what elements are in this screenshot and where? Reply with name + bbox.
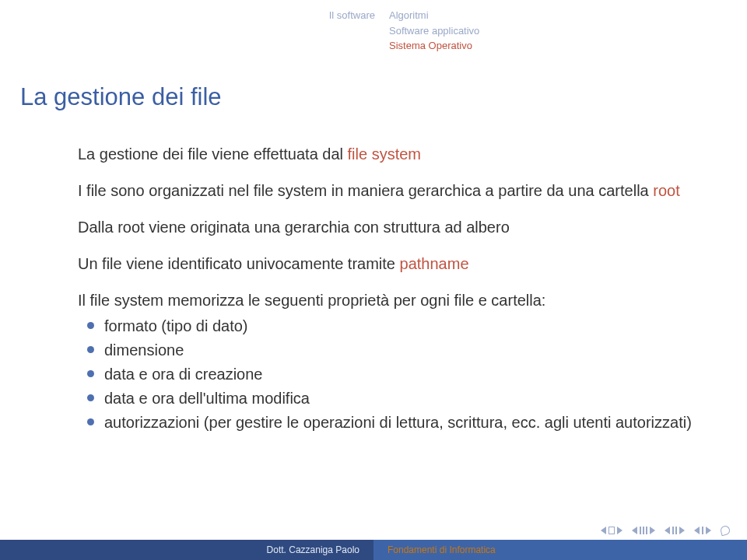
paragraph-2: I file sono organizzati nel file system … <box>78 180 700 201</box>
list-item: dimensione <box>104 340 700 361</box>
triangle-right-icon <box>679 527 685 534</box>
paragraph-3: Dalla root viene originata una gerarchia… <box>78 217 700 238</box>
text: La gestione dei file viene effettuata da… <box>78 145 348 163</box>
highlight-filesystem: file system <box>348 145 421 163</box>
footer-course: Fondamenti di Informatica <box>374 540 747 560</box>
triangle-left-icon <box>601 527 606 534</box>
frame-icon <box>608 527 615 534</box>
list-item: data e ora dell'ultima modifica <box>104 388 700 409</box>
triangle-right-icon <box>706 527 711 534</box>
triangle-right-icon <box>617 527 622 534</box>
loop-icon <box>720 525 731 537</box>
header-subsections: Algoritmi Software applicativo Sistema O… <box>389 8 479 54</box>
list-item: formato (tipo di dato) <box>104 316 700 337</box>
nav-next[interactable] <box>665 527 685 534</box>
header-section[interactable]: Il software <box>296 8 389 54</box>
highlight-root: root <box>653 182 679 199</box>
nav-first[interactable] <box>601 527 622 534</box>
text: Un file viene identificato univocamente … <box>78 255 400 272</box>
header-subsection-2[interactable]: Sistema Operativo <box>389 38 479 54</box>
footer-author: Dott. Cazzaniga Paolo <box>0 540 374 560</box>
paragraph-4: Un file viene identificato univocamente … <box>78 254 700 275</box>
nav-controls <box>601 526 730 535</box>
header-subsection-0[interactable]: Algoritmi <box>389 8 479 23</box>
slide-header: Il software Algoritmi Software applicati… <box>0 0 747 54</box>
bars-icon <box>640 527 647 534</box>
bar-icon <box>702 527 703 534</box>
nav-last[interactable] <box>694 527 711 534</box>
text: I file sono organizzati nel file system … <box>78 182 653 199</box>
bullet-list: formato (tipo di dato) dimensione data e… <box>78 316 700 433</box>
paragraph-1: La gestione dei file viene effettuata da… <box>78 144 700 165</box>
bars-icon <box>672 527 677 534</box>
header-subsection-1[interactable]: Software applicativo <box>389 23 479 39</box>
paragraph-5: Il file system memorizza le seguenti pro… <box>78 290 700 311</box>
triangle-right-icon <box>650 527 655 534</box>
nav-loop[interactable] <box>721 526 730 535</box>
triangle-left-icon <box>632 527 637 534</box>
triangle-left-icon <box>694 527 700 534</box>
slide-title: La gestione dei file <box>0 54 747 111</box>
slide-content: La gestione dei file viene effettuata da… <box>0 111 747 433</box>
list-item: data e ora di creazione <box>104 364 700 385</box>
slide-footer: Dott. Cazzaniga Paolo Fondamenti di Info… <box>0 540 747 560</box>
highlight-pathname: pathname <box>400 255 469 272</box>
triangle-left-icon <box>665 527 670 534</box>
nav-prev[interactable] <box>632 527 655 534</box>
list-item: autorizzazioni (per gestire le operazion… <box>104 412 700 433</box>
